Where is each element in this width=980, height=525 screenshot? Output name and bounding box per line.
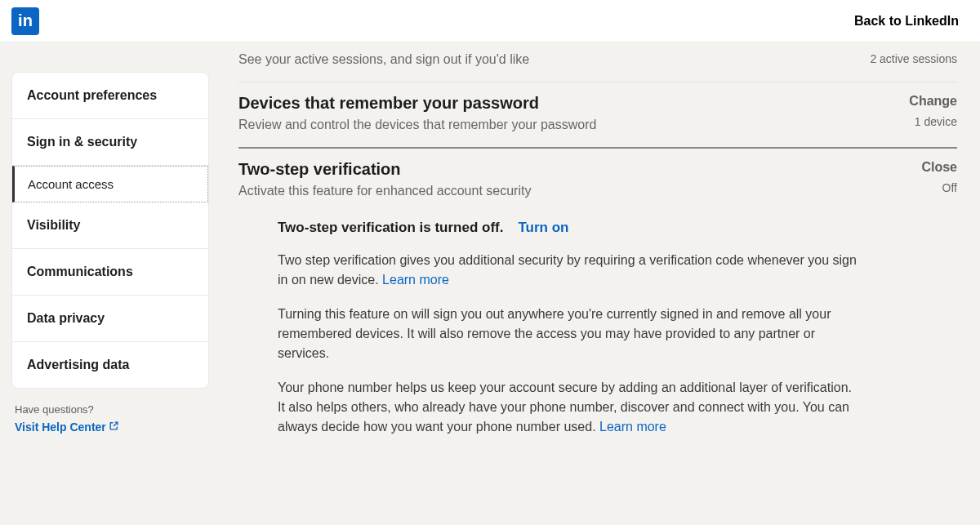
- two-step-detail-panel: Two-step verification is turned off. Tur…: [238, 213, 859, 437]
- setting-desc: Review and control the devices that reme…: [238, 118, 596, 132]
- setting-title: Devices that remember your password: [238, 94, 596, 113]
- setting-title: Two-step verification: [238, 160, 531, 179]
- help-link-label: Visit Help Center: [15, 420, 106, 434]
- external-link-icon: [109, 420, 119, 434]
- two-step-status: Two-step verification is turned off.: [278, 220, 503, 236]
- header: in Back to LinkedIn: [0, 0, 980, 42]
- setting-desc: Activate this feature for enhanced accou…: [238, 184, 531, 198]
- setting-meta: Off: [921, 181, 957, 194]
- setting-meta: 1 device: [909, 115, 957, 128]
- two-step-paragraph-3: Your phone number helps us keep your acc…: [278, 378, 859, 437]
- text: Two step verification gives you addition…: [278, 253, 857, 287]
- sidebar-item-sign-in-security[interactable]: Sign in & security: [12, 119, 208, 166]
- setting-devices[interactable]: Devices that remember your password Revi…: [238, 82, 957, 149]
- main-content: See your active sessions, and sign out i…: [209, 42, 980, 452]
- sidebar-item-account-access[interactable]: Account access: [12, 166, 208, 202]
- setting-meta: 2 active sessions: [870, 52, 957, 65]
- setting-desc: See your active sessions, and sign out i…: [238, 52, 529, 67]
- close-link[interactable]: Close: [921, 160, 957, 175]
- turn-on-link[interactable]: Turn on: [518, 220, 568, 236]
- sidebar-item-account-preferences[interactable]: Account preferences: [12, 73, 208, 119]
- sidebar-item-visibility[interactable]: Visibility: [12, 202, 208, 249]
- sidebar-item-communications[interactable]: Communications: [12, 249, 208, 296]
- change-link[interactable]: Change: [909, 94, 957, 109]
- setting-two-step: Two-step verification Activate this feat…: [238, 149, 957, 213]
- sidebar-item-data-privacy[interactable]: Data privacy: [12, 296, 208, 342]
- help-question: Have questions?: [15, 403, 206, 416]
- learn-more-link[interactable]: Learn more: [599, 420, 666, 434]
- two-step-paragraph-2: Turning this feature on will sign you ou…: [278, 305, 859, 363]
- help-block: Have questions? Visit Help Center: [11, 389, 209, 434]
- sidebar-item-advertising-data[interactable]: Advertising data: [12, 342, 208, 388]
- settings-sidebar: Account preferences Sign in & security A…: [11, 72, 209, 389]
- linkedin-logo[interactable]: in: [11, 7, 39, 35]
- back-to-linkedin-link[interactable]: Back to LinkedIn: [854, 14, 959, 29]
- text: Your phone number helps us keep your acc…: [278, 380, 852, 434]
- learn-more-link[interactable]: Learn more: [382, 273, 449, 287]
- visit-help-center-link[interactable]: Visit Help Center: [15, 420, 119, 434]
- two-step-paragraph-1: Two step verification gives you addition…: [278, 251, 859, 290]
- setting-active-sessions[interactable]: See your active sessions, and sign out i…: [238, 52, 957, 82]
